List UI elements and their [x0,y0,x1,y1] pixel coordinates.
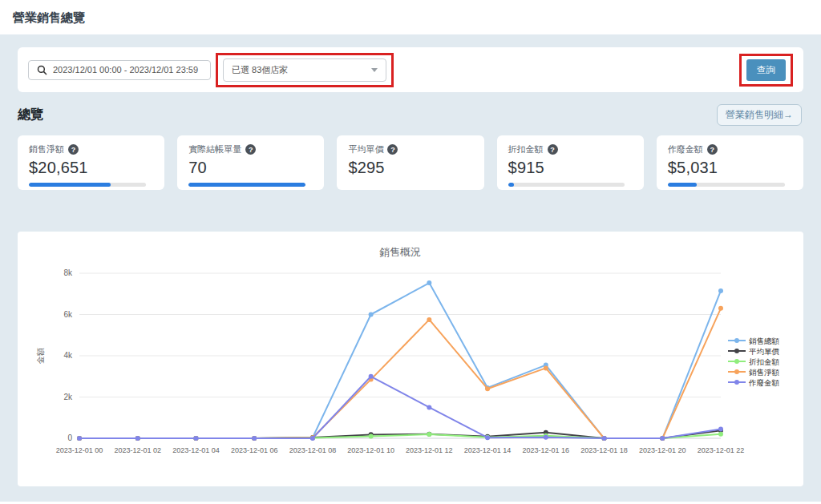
sales-chart: 銷售概況02k4k6k8k金額2023-12-01 002023-12-01 0… [19,241,787,482]
progress-bar-fill [29,183,111,187]
progress-bar [188,183,305,187]
data-point [369,374,374,379]
stat-card-label: 平均單價 [348,143,383,155]
y-tick-label: 2k [63,393,73,401]
progress-bar [29,183,146,187]
stat-card: 銷售淨額?$20,651 [18,135,164,190]
data-point [427,317,431,322]
data-point [718,306,723,311]
series-line [79,283,721,438]
help-icon[interactable]: ? [707,144,718,155]
sales-detail-link[interactable]: 營業銷售明細→ [717,104,802,126]
legend-item[interactable]: 銷售淨額 [749,368,780,377]
data-point [427,432,431,437]
stat-cards: 銷售淨額?$20,651實際結帳單量?70平均單價?$295折扣金額?$915作… [18,135,803,190]
stat-card: 折扣金額?$915 [497,135,644,190]
progress-bar-fill [668,183,697,187]
help-icon[interactable]: ? [548,144,558,155]
stat-card-value: $20,651 [29,159,153,177]
data-point [427,405,431,409]
x-tick-label: 2023-12-01 02 [114,446,161,454]
chart-title: 銷售概況 [379,246,421,258]
stat-card-label-row: 實際結帳單量? [188,143,313,155]
y-axis-label: 金額 [36,348,45,365]
y-tick-label: 0 [67,433,72,442]
x-tick-label: 2023-12-01 10 [347,446,394,454]
stat-card: 作廢金額?$5,031 [657,135,803,190]
overview-header-row: 總覽 營業銷售明細→ [18,104,802,126]
stat-card-label-row: 折扣金額? [508,143,633,155]
stat-card-value: $5,031 [668,159,792,177]
legend-marker-dot [734,349,739,353]
data-point [602,436,607,441]
data-point [718,426,723,431]
stat-card-label: 作廢金額 [668,143,703,155]
overview-heading: 總覽 [18,107,43,123]
query-button[interactable]: 查詢 [746,59,786,81]
data-point [369,312,374,317]
stat-card: 實際結帳單量?70 [177,135,324,190]
x-tick-label: 2023-12-01 16 [523,446,570,454]
stat-card-label-row: 銷售淨額? [29,143,153,155]
x-tick-label: 2023-12-01 00 [56,446,103,454]
chart-card: 銷售概況02k4k6k8k金額2023-12-01 002023-12-01 0… [18,232,803,486]
data-point [718,432,723,437]
y-tick-label: 8k [63,268,73,277]
y-tick-label: 6k [63,310,73,319]
page-title: 營業銷售總覽 [0,0,821,34]
stat-card-label: 銷售淨額 [29,143,64,155]
data-point [485,435,490,440]
data-point [193,436,198,441]
legend-marker-dot [734,380,739,385]
stat-card: 平均單價?$295 [337,135,483,190]
legend-marker-dot [734,369,739,374]
y-tick-label: 4k [63,351,73,360]
stat-card-value: $915 [508,159,633,177]
data-point [369,433,374,438]
data-point [310,436,315,441]
store-select-value: 已選 83個店家 [232,64,288,76]
data-point [252,436,257,441]
x-tick-label: 2023-12-01 18 [580,446,628,454]
data-point [718,288,723,293]
search-icon [37,65,47,75]
series-line [79,377,721,438]
progress-bar-fill [508,183,514,187]
stat-card-value: $295 [348,159,472,177]
stat-card-label-row: 作廢金額? [668,143,792,155]
series-line [79,430,721,438]
data-point [660,436,665,441]
help-icon[interactable]: ? [68,144,79,155]
stat-card-label: 實際結帳單量 [188,143,241,155]
help-icon[interactable]: ? [387,144,398,155]
annotation-highlight-query: 查詢 [739,54,793,87]
x-tick-label: 2023-12-01 22 [698,446,745,454]
stat-card-value: 70 [188,159,313,177]
date-range-value: 2023/12/01 00:00 - 2023/12/01 23:59 [53,65,198,75]
data-point [427,280,431,285]
legend-item[interactable]: 銷售總額 [749,337,780,345]
chevron-down-icon [371,68,378,72]
stat-card-label-row: 平均單價? [348,143,472,155]
x-tick-label: 2023-12-01 12 [406,446,453,454]
main-panel: 2023/12/01 00:00 - 2023/12/01 23:59 已選 8… [0,34,821,502]
x-tick-label: 2023-12-01 08 [289,446,337,454]
progress-bar [668,183,785,187]
data-point [544,435,548,440]
stat-card-label: 折扣金額 [508,143,544,155]
progress-bar-fill [188,183,305,187]
legend-item[interactable]: 作廢金額 [748,378,780,387]
x-tick-label: 2023-12-01 14 [464,446,512,454]
store-select-dropdown[interactable]: 已選 83個店家 [223,58,386,82]
legend-item[interactable]: 折扣金額 [749,357,780,366]
legend-marker-dot [734,359,739,364]
x-tick-label: 2023-12-01 06 [231,446,278,454]
date-range-input[interactable]: 2023/12/01 00:00 - 2023/12/01 23:59 [28,60,211,80]
legend-item[interactable]: 平均單價 [749,347,780,356]
legend-marker-dot [734,338,739,343]
data-point [485,386,490,391]
data-point [77,436,82,441]
progress-bar [508,183,625,187]
help-icon[interactable]: ? [245,144,256,155]
x-tick-label: 2023-12-01 04 [172,446,220,454]
